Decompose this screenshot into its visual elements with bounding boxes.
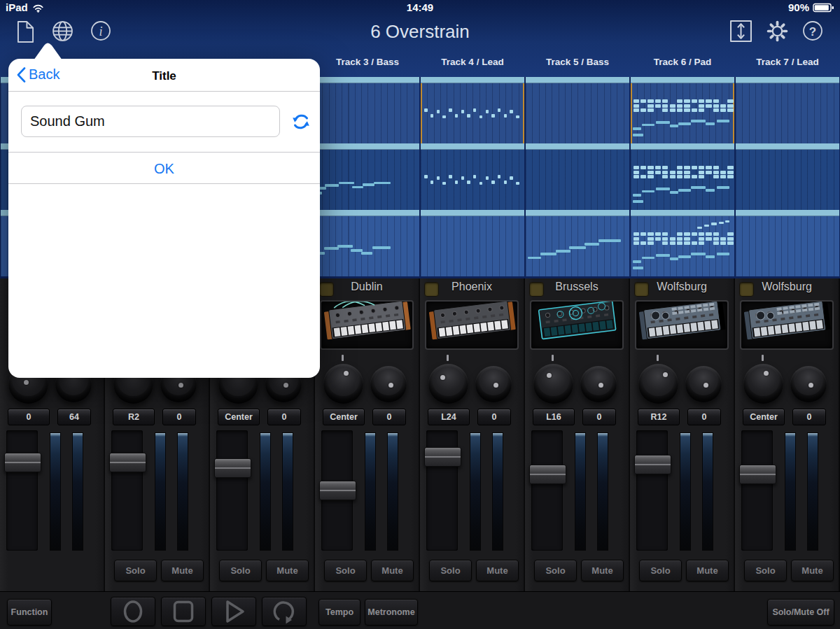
clip[interactable] [631, 143, 734, 210]
metronome-button[interactable]: Metronome [365, 599, 418, 626]
clip-body[interactable] [631, 216, 734, 276]
volume-fader[interactable] [634, 455, 671, 474]
clip[interactable] [526, 143, 629, 210]
mute-button[interactable]: Mute [371, 560, 414, 581]
pan-knob[interactable] [638, 364, 678, 404]
clip[interactable] [316, 77, 419, 143]
stop-button[interactable] [161, 597, 206, 626]
volume-fader[interactable] [4, 453, 41, 472]
clip-body[interactable] [421, 216, 524, 276]
clip-body[interactable] [736, 150, 839, 210]
clip-header[interactable] [736, 210, 839, 216]
clip-body[interactable] [736, 216, 839, 276]
gadget-image[interactable] [740, 300, 834, 350]
pan-knob[interactable] [533, 364, 573, 404]
mute-button[interactable]: Mute [476, 560, 519, 581]
volume-fader[interactable] [424, 447, 461, 467]
record-button[interactable] [111, 597, 155, 626]
clip-header[interactable] [736, 77, 839, 83]
clip-body[interactable] [526, 216, 629, 276]
function-button[interactable]: Function [7, 599, 52, 626]
track-header-label[interactable]: Track 7 / Lead [735, 55, 840, 69]
clip-body[interactable] [631, 83, 734, 143]
file-icon[interactable] [17, 20, 34, 47]
clip-header[interactable] [421, 210, 524, 216]
clip-header[interactable] [316, 143, 419, 150]
clip[interactable] [316, 210, 419, 276]
clip-header[interactable] [631, 77, 734, 83]
tempo-button[interactable]: Tempo [318, 599, 360, 626]
solo-button[interactable]: Solo [639, 560, 682, 581]
volume-fader[interactable] [319, 481, 356, 500]
track-header-label[interactable]: Track 5 / Bass [525, 55, 630, 69]
clip-header[interactable] [526, 143, 629, 150]
clip-header[interactable] [421, 77, 524, 83]
solo-button[interactable]: Solo [219, 560, 262, 581]
gadget-image[interactable] [425, 300, 519, 350]
pan-knob[interactable] [743, 364, 783, 404]
pan-knob[interactable] [428, 364, 468, 404]
mute-button[interactable]: Mute [791, 560, 834, 581]
track-header-label[interactable]: Track 6 / Pad [630, 55, 735, 69]
mute-button[interactable]: Mute [266, 560, 309, 581]
send-knob[interactable] [580, 366, 617, 402]
info-icon[interactable]: i [90, 20, 112, 45]
mute-button[interactable]: Mute [581, 560, 624, 581]
loop-button[interactable] [262, 597, 307, 626]
mute-button[interactable]: Mute [161, 560, 204, 581]
clip-header[interactable] [316, 77, 419, 83]
help-icon[interactable]: ? [802, 20, 824, 45]
clip-header[interactable] [526, 210, 629, 216]
clip[interactable] [526, 77, 629, 143]
gadget-image[interactable] [320, 300, 414, 350]
clip[interactable] [421, 77, 524, 143]
clip-body[interactable] [421, 83, 524, 143]
clip-body[interactable] [736, 83, 839, 143]
volume-fader[interactable] [529, 465, 566, 484]
volume-fader[interactable] [109, 453, 146, 472]
settings-gear-icon[interactable] [766, 20, 789, 45]
resize-tracks-icon[interactable] [729, 20, 752, 45]
solo-button[interactable]: Solo [429, 560, 472, 581]
clip-header[interactable] [631, 143, 734, 150]
clip[interactable] [316, 143, 419, 210]
ok-button[interactable]: OK [8, 152, 320, 184]
track-header-label[interactable]: Track 3 / Bass [315, 55, 420, 69]
volume-fader[interactable] [214, 458, 251, 478]
volume-fader[interactable] [739, 465, 776, 484]
solo-button[interactable]: Solo [114, 560, 157, 581]
solo-button[interactable]: Solo [324, 560, 367, 581]
clip-body[interactable] [316, 83, 419, 143]
solo-button[interactable]: Solo [534, 560, 577, 581]
clip-body[interactable] [526, 83, 629, 143]
clip-body[interactable] [421, 150, 524, 210]
send-knob[interactable] [685, 366, 722, 402]
clip-header[interactable] [526, 77, 629, 83]
clip[interactable] [526, 210, 629, 276]
solo-mute-off-button[interactable]: Solo/Mute Off [767, 599, 834, 626]
pan-knob[interactable] [323, 364, 363, 404]
solo-button[interactable]: Solo [744, 560, 787, 581]
randomize-title-icon[interactable] [291, 112, 311, 134]
send-knob[interactable] [370, 366, 407, 402]
clip-header[interactable] [316, 210, 419, 216]
clip-body[interactable] [631, 150, 734, 210]
clip-body[interactable] [316, 150, 419, 210]
clip[interactable] [421, 210, 524, 276]
play-button[interactable] [211, 597, 256, 626]
track-header-label[interactable]: Track 4 / Lead [420, 55, 525, 69]
title-input[interactable] [21, 106, 280, 137]
clip-header[interactable] [631, 210, 734, 216]
send-knob[interactable] [790, 366, 827, 402]
clip[interactable] [736, 210, 839, 276]
clip[interactable] [736, 77, 839, 143]
gadget-image[interactable] [530, 300, 624, 350]
clip-body[interactable] [316, 216, 419, 276]
clip-body[interactable] [526, 150, 629, 210]
gadget-image[interactable] [635, 300, 729, 350]
send-knob[interactable] [475, 366, 512, 402]
clip[interactable] [631, 77, 734, 143]
clip[interactable] [736, 143, 839, 210]
mute-button[interactable]: Mute [686, 560, 729, 581]
clip-header[interactable] [421, 143, 524, 150]
